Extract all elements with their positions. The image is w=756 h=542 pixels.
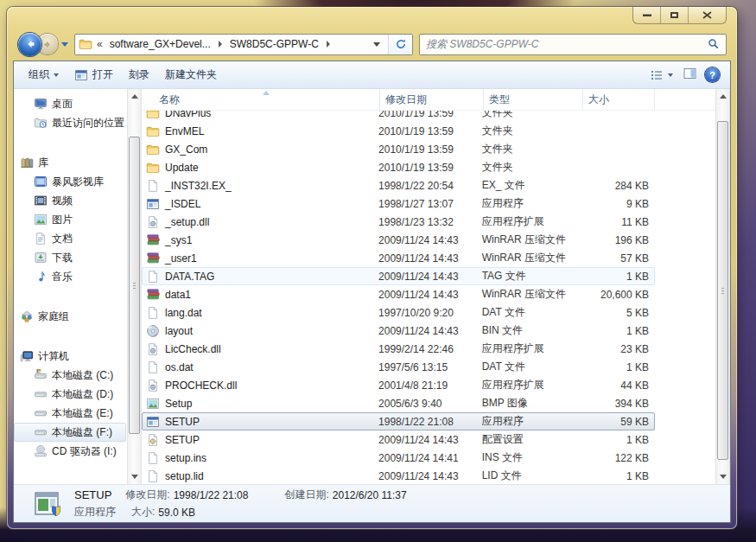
homegroup-icon — [20, 309, 34, 323]
file-date-cell: 2009/11/24 14:43 — [378, 252, 482, 265]
open-button[interactable]: 打开 — [67, 64, 121, 86]
breadcrumb-segment[interactable]: SW8D5C-GPPW-C — [227, 38, 321, 50]
table-row[interactable]: SETUP 1998/1/22 21:08 应用程序 59 KB — [142, 412, 655, 430]
file-name-cell: PROCHECK.dll — [143, 379, 378, 392]
history-dropdown-icon[interactable] — [61, 42, 68, 47]
sidebar-item-label: 视频 — [52, 194, 73, 208]
arrow-up-icon — [131, 94, 138, 99]
scrollbar-thumb[interactable] — [717, 121, 728, 460]
file-type-cell: 文件夹 — [482, 124, 581, 138]
sidebar-item[interactable]: 本地磁盘 (F:) — [14, 423, 126, 442]
table-row[interactable]: layout 2009/11/24 14:43 BIN 文件 1 KB — [142, 322, 655, 340]
image-icon — [146, 397, 160, 411]
drive-icon — [34, 406, 48, 420]
close-button[interactable] — [689, 7, 726, 23]
column-header-name[interactable]: 名称 — [142, 89, 380, 110]
sidebar-item[interactable]: 下载 — [14, 248, 126, 267]
file-date-cell: 1998/1/22 20:54 — [378, 180, 482, 192]
sidebar-item[interactable]: 家庭组 — [14, 307, 126, 326]
table-row[interactable]: data1 2009/11/24 14:43 WinRAR 压缩文件 20,60… — [142, 285, 655, 303]
file-date-cell: 1999/2/14 22:46 — [378, 343, 482, 355]
table-row[interactable]: LicCheck.dll 1999/2/14 22:46 应用程序扩展 23 K… — [142, 340, 655, 358]
sidebar-item[interactable]: 暴风影视库 — [14, 172, 126, 191]
new-folder-button[interactable]: 新建文件夹 — [157, 64, 225, 86]
table-row[interactable]: os.dat 1997/5/6 13:15 DAT 文件 1 KB — [142, 358, 655, 376]
table-row[interactable]: Setup 2005/6/3 9:40 BMP 图像 394 KB — [142, 394, 655, 412]
table-row[interactable]: Update 2010/1/19 13:59 文件夹 — [142, 158, 655, 176]
search-input[interactable]: 搜索 SW8D5C-GPPW-C — [419, 34, 727, 55]
sidebar-item[interactable]: 本地磁盘 (D:) — [14, 385, 126, 404]
forward-arrow-icon — [42, 39, 54, 50]
nav-buttons — [18, 33, 68, 56]
preview-pane-button[interactable] — [683, 67, 697, 83]
table-row[interactable]: setup.lid 2009/11/24 14:43 LID 文件 1 KB — [142, 467, 655, 484]
column-header-date[interactable]: 修改日期 — [380, 89, 484, 110]
file-size-cell: 1 KB — [581, 470, 654, 482]
sidebar-item[interactable]: 计算机 — [14, 347, 126, 366]
back-button[interactable] — [18, 33, 41, 56]
burn-button[interactable]: 刻录 — [121, 64, 157, 86]
file-size-cell: 1 KB — [581, 434, 654, 446]
breadcrumb-separator-icon[interactable] — [219, 41, 222, 48]
sidebar-item-label: 桌面 — [52, 97, 73, 112]
videos-icon — [34, 194, 48, 207]
sidebar-item[interactable]: 本地磁盘 (E:) — [14, 404, 126, 423]
breadcrumb-overflow[interactable]: « — [95, 38, 105, 50]
help-button[interactable]: ? — [705, 67, 720, 82]
table-row[interactable]: setup.ins 2009/11/24 14:41 INS 文件 122 KB — [142, 449, 655, 467]
views-button[interactable] — [648, 65, 675, 86]
sidebar-item[interactable]: 最近访问的位置 — [14, 113, 126, 132]
file-name: _setup.dll — [165, 216, 209, 228]
table-row[interactable]: _INST32I.EX_ 1998/1/22 20:54 EX_ 文件 284 … — [142, 176, 655, 194]
table-row[interactable]: SETUP 2009/11/24 14:43 配置设置 1 KB — [142, 430, 655, 449]
dll-icon — [146, 379, 160, 392]
sidebar-item[interactable]: 图片 — [14, 210, 126, 229]
scroll-up-button[interactable] — [128, 89, 141, 104]
scroll-down-button[interactable] — [716, 469, 729, 484]
file-name-cell: _ISDEL — [143, 197, 378, 211]
pictures-icon — [34, 213, 48, 226]
maximize-button[interactable] — [661, 7, 689, 23]
table-row[interactable]: GX_Com 2010/1/19 13:59 文件夹 — [142, 140, 655, 158]
table-row[interactable]: _user1 2009/11/24 14:43 WinRAR 压缩文件 57 K… — [142, 249, 655, 267]
file-type-cell: BMP 图像 — [482, 396, 581, 411]
sidebar-item-label: 家庭组 — [38, 309, 69, 324]
table-row[interactable]: DNavPlus 2010/1/19 13:59 文件夹 — [142, 111, 655, 122]
file-name-cell: _user1 — [143, 252, 378, 265]
file-size-cell: 1 KB — [581, 271, 654, 283]
address-dropdown-icon[interactable] — [373, 42, 380, 47]
folder-icon — [146, 143, 160, 156]
table-row[interactable]: _setup.dll 1998/1/23 13:32 应用程序扩展 11 KB — [142, 213, 655, 231]
table-row[interactable]: _ISDEL 1998/1/27 13:07 应用程序 9 KB — [142, 194, 655, 213]
table-row[interactable]: DATA.TAG 2009/11/24 14:43 TAG 文件 1 KB — [142, 267, 655, 285]
drive-icon — [34, 425, 48, 439]
file-name-cell: layout — [143, 324, 378, 338]
table-row[interactable]: _sys1 2009/11/24 14:43 WinRAR 压缩文件 196 K… — [142, 231, 655, 249]
sidebar-item[interactable]: 文档 — [14, 229, 126, 248]
scroll-up-button[interactable] — [716, 89, 729, 104]
column-header-type[interactable]: 类型 — [484, 89, 583, 110]
sidebar-item[interactable]: 桌面 — [14, 94, 126, 113]
chevron-down-icon — [668, 73, 673, 77]
sidebar-item[interactable]: 视频 — [14, 191, 126, 210]
breadcrumb[interactable]: « software_GX+Devel... SW8D5C-GPPW-C — [74, 34, 413, 55]
search-icon[interactable] — [708, 38, 720, 50]
file-icon — [146, 306, 160, 320]
table-row[interactable]: PROCHECK.dll 2001/4/8 21:19 应用程序扩展 44 KB — [142, 376, 655, 394]
scroll-down-button[interactable] — [128, 469, 141, 484]
refresh-button[interactable] — [388, 35, 412, 54]
scrollbar-thumb[interactable] — [129, 137, 140, 434]
column-label: 类型 — [489, 92, 510, 107]
column-header-size[interactable]: 大小 — [583, 89, 655, 110]
minimize-button[interactable] — [633, 7, 661, 23]
file-date-cell: 2009/11/24 14:43 — [378, 470, 482, 482]
breadcrumb-separator-icon[interactable] — [327, 41, 330, 48]
sidebar-item[interactable]: 库 — [14, 153, 126, 172]
sidebar-item[interactable]: 本地磁盘 (C:) — [14, 366, 126, 385]
breadcrumb-segment[interactable]: software_GX+Devel... — [107, 38, 213, 50]
table-row[interactable]: lang.dat 1997/10/20 9:20 DAT 文件 5 KB — [142, 303, 655, 322]
sidebar-item[interactable]: CD 驱动器 (I:) — [14, 442, 126, 461]
organize-button[interactable]: 组织 — [21, 64, 67, 86]
table-row[interactable]: EnvMEL 2010/1/19 13:59 文件夹 — [142, 122, 655, 140]
sidebar-item[interactable]: 音乐 — [14, 267, 126, 286]
